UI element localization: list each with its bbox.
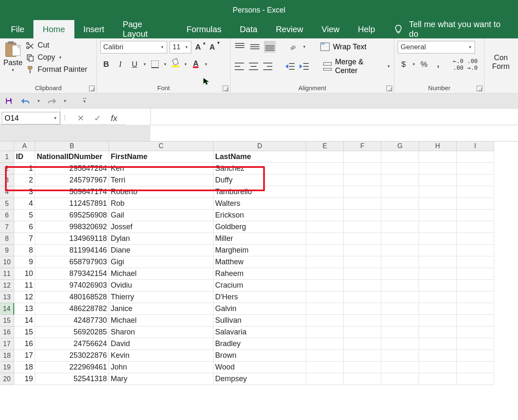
cell[interactable]	[419, 291, 457, 303]
cell[interactable]	[381, 221, 419, 233]
cell[interactable]	[381, 373, 419, 385]
cell[interactable]	[457, 350, 494, 362]
cell[interactable]: Michael	[109, 268, 213, 280]
cell[interactable]: 253022876	[35, 350, 109, 362]
cell[interactable]	[306, 326, 344, 338]
column-header[interactable]: H	[419, 142, 457, 151]
borders-button[interactable]	[149, 58, 161, 70]
cell[interactable]: Erickson	[213, 210, 306, 221]
cell[interactable]: 295847284	[35, 163, 109, 175]
cell[interactable]	[381, 362, 419, 373]
row-header[interactable]: 10	[0, 256, 14, 268]
cell[interactable]: Cracium	[213, 280, 306, 291]
cell[interactable]: Goldberg	[213, 221, 306, 233]
cell[interactable]: Sullivan	[213, 315, 306, 326]
cell[interactable]	[457, 315, 494, 326]
cell[interactable]: Bradley	[213, 338, 306, 350]
cell[interactable]: Sánchez	[213, 163, 306, 175]
cell[interactable]: 7	[14, 233, 35, 245]
cell[interactable]	[344, 373, 381, 385]
cell[interactable]	[344, 362, 381, 373]
cell[interactable]	[419, 198, 457, 210]
cell[interactable]	[419, 175, 457, 186]
cell[interactable]	[457, 291, 494, 303]
cell[interactable]	[419, 268, 457, 280]
cell[interactable]	[381, 326, 419, 338]
row-header[interactable]: 14	[0, 303, 14, 315]
cell[interactable]: ID	[14, 151, 35, 163]
cell[interactable]: 16	[14, 338, 35, 350]
cell[interactable]: 509647174	[35, 186, 109, 198]
cell[interactable]: 18	[14, 362, 35, 373]
cell[interactable]	[457, 326, 494, 338]
cell[interactable]	[306, 373, 344, 385]
cell[interactable]: Rob	[109, 198, 213, 210]
cell[interactable]	[381, 163, 419, 175]
cell[interactable]	[344, 151, 381, 163]
cell[interactable]	[381, 245, 419, 256]
accounting-button[interactable]: $	[398, 58, 409, 70]
cell[interactable]: 4	[14, 198, 35, 210]
copy-button[interactable]: Copy ▼	[26, 53, 87, 62]
row-header[interactable]: 19	[0, 362, 14, 373]
cell[interactable]	[344, 186, 381, 198]
save-button[interactable]	[3, 96, 14, 106]
align-center-button[interactable]	[248, 61, 259, 72]
cell[interactable]: 811994146	[35, 245, 109, 256]
chevron-down-icon[interactable]: ▼	[37, 99, 41, 103]
cell[interactable]	[344, 256, 381, 268]
chevron-down-icon[interactable]: ▼	[412, 62, 416, 66]
cell[interactable]	[344, 163, 381, 175]
cell[interactable]: 42487730	[35, 315, 109, 326]
cell[interactable]: 134969118	[35, 233, 109, 245]
merge-center-button[interactable]: Merge & Center ▼	[323, 58, 391, 75]
font-color-button[interactable]: A	[190, 58, 202, 70]
row-header[interactable]: 2	[0, 163, 14, 175]
cell[interactable]: 2	[14, 175, 35, 186]
align-left-button[interactable]	[234, 61, 245, 72]
cell[interactable]	[306, 303, 344, 315]
cell[interactable]: 879342154	[35, 268, 109, 280]
cell[interactable]	[306, 221, 344, 233]
cell[interactable]	[419, 256, 457, 268]
cell[interactable]	[419, 350, 457, 362]
cell[interactable]	[344, 291, 381, 303]
cell[interactable]: Ken	[109, 163, 213, 175]
comma-button[interactable]: ,	[432, 58, 444, 70]
column-header[interactable]: B	[35, 142, 109, 151]
cell[interactable]: Gail	[109, 210, 213, 221]
row-header[interactable]: 12	[0, 280, 14, 291]
cell[interactable]	[457, 362, 494, 373]
cell[interactable]	[344, 198, 381, 210]
cell[interactable]	[381, 350, 419, 362]
increase-indent-button[interactable]	[299, 61, 310, 72]
cell[interactable]	[344, 233, 381, 245]
cell[interactable]: 11	[14, 280, 35, 291]
cell[interactable]	[457, 256, 494, 268]
column-header[interactable]: C	[109, 142, 213, 151]
tab-page-layout[interactable]: Page Layout	[114, 20, 178, 38]
cell[interactable]: Jossef	[109, 221, 213, 233]
cell[interactable]	[306, 338, 344, 350]
cell[interactable]: 10	[14, 268, 35, 280]
cell[interactable]	[381, 291, 419, 303]
orientation-button[interactable]: ab	[287, 41, 299, 53]
cell[interactable]: 222969461	[35, 362, 109, 373]
cell[interactable]: 24756624	[35, 338, 109, 350]
format-painter-button[interactable]: Format Painter	[26, 65, 87, 74]
decrease-indent-button[interactable]	[284, 61, 295, 72]
cell[interactable]	[419, 221, 457, 233]
tab-insert[interactable]: Insert	[74, 20, 114, 38]
cell[interactable]	[344, 280, 381, 291]
cell[interactable]: Dempsey	[213, 373, 306, 385]
cell[interactable]: Walters	[213, 198, 306, 210]
cell[interactable]	[306, 186, 344, 198]
cell[interactable]: 56920285	[35, 326, 109, 338]
dialog-launcher-icon[interactable]	[477, 86, 482, 91]
chevron-down-icon[interactable]: ▼	[204, 62, 208, 66]
percent-button[interactable]: %	[418, 58, 430, 70]
column-header[interactable]: E	[306, 142, 344, 151]
cell[interactable]: Mary	[109, 373, 213, 385]
tab-view[interactable]: View	[312, 20, 349, 38]
undo-button[interactable]	[20, 96, 31, 106]
